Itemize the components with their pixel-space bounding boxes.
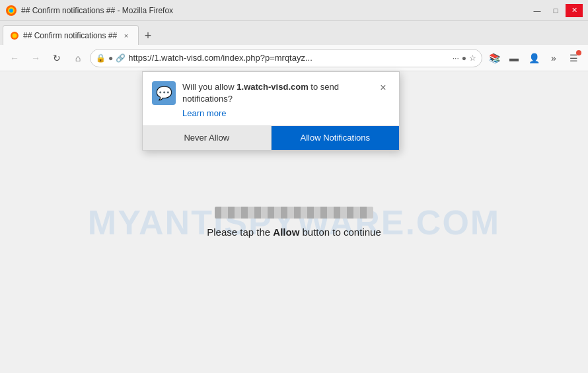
loading-text: Please tap the Allow button to continue	[207, 226, 381, 238]
tab-title: ## Confirm notifications ##	[23, 31, 117, 40]
back-button[interactable]: ←	[5, 49, 24, 67]
new-tab-button[interactable]: +	[139, 26, 157, 45]
lock-icon: ●	[108, 53, 113, 63]
loading-bar-wrapper	[215, 207, 373, 219]
popup-message: Will you allow 1.watch-visd.com to send …	[182, 81, 370, 120]
notification-badge	[576, 50, 581, 55]
security-icon: 🔒	[96, 53, 106, 63]
pocket-icon: ●	[462, 53, 466, 63]
svg-point-2	[9, 9, 13, 13]
url-text: https://1.watch-visd.com/index.php?p=mrq…	[128, 53, 449, 63]
learn-more-link[interactable]: Learn more	[182, 108, 370, 119]
bookmark-icon[interactable]: ☆	[469, 53, 476, 63]
chat-icon: 💬	[156, 85, 172, 101]
loading-prefix: Please tap the	[207, 226, 273, 238]
maximize-button[interactable]: □	[547, 4, 564, 17]
titlebar-controls: — □ ✕	[529, 4, 583, 17]
popup-header: 💬 Will you allow 1.watch-visd.com to sen…	[143, 72, 399, 125]
library-button[interactable]: 📚	[485, 49, 503, 67]
svg-point-4	[13, 33, 17, 38]
loading-suffix: button to continue	[299, 226, 381, 238]
bell-container: ☰	[564, 49, 583, 67]
popup-close-button[interactable]: ×	[377, 81, 390, 94]
tab-favicon	[10, 31, 19, 40]
extend-button[interactable]: »	[544, 49, 563, 67]
loading-bold: Allow	[273, 226, 299, 238]
minimize-button[interactable]: —	[529, 4, 546, 17]
popup-notification-icon: 💬	[152, 81, 176, 105]
popup-domain: 1.watch-visd.com	[237, 82, 308, 92]
address-bar[interactable]: 🔒 ● 🔗 https://1.watch-visd.com/index.php…	[90, 49, 482, 67]
allow-notifications-button[interactable]: Allow Notifications	[272, 126, 400, 150]
notification-popup: 💬 Will you allow 1.watch-visd.com to sen…	[142, 71, 400, 151]
titlebar-left: ## Confirm notifications ## - Mozilla Fi…	[5, 5, 173, 17]
content-area: MYANTISPYWARE.COM Please tap the Allow b…	[0, 71, 588, 373]
account-button[interactable]: 👤	[525, 49, 543, 67]
never-allow-button[interactable]: Never Allow	[143, 126, 272, 150]
tabbar: ## Confirm notifications ## × +	[0, 21, 588, 45]
forward-button[interactable]: →	[26, 49, 45, 67]
close-button[interactable]: ✕	[566, 4, 583, 17]
synced-tabs-button[interactable]: ▬	[505, 49, 523, 67]
nav-right: 📚 ▬ 👤 » ☰	[485, 49, 583, 67]
firefox-icon	[5, 5, 17, 17]
navbar: ← → ↻ ⌂ 🔒 ● 🔗 https://1.watch-visd.com/i…	[0, 45, 588, 71]
popup-buttons: Never Allow Allow Notifications	[143, 125, 399, 150]
active-tab[interactable]: ## Confirm notifications ## ×	[3, 25, 139, 45]
titlebar-title: ## Confirm notifications ## - Mozilla Fi…	[21, 6, 173, 15]
share-icon: 🔗	[116, 53, 126, 63]
address-icons: ··· ● ☆	[453, 53, 476, 63]
tab-close-button[interactable]: ×	[121, 30, 131, 41]
more-icon[interactable]: ···	[453, 53, 459, 63]
popup-message-before: Will you allow	[182, 82, 237, 92]
loading-bar	[215, 207, 373, 219]
reload-button[interactable]: ↻	[48, 49, 66, 67]
home-button[interactable]: ⌂	[69, 49, 87, 67]
titlebar: ## Confirm notifications ## - Mozilla Fi…	[0, 0, 588, 21]
